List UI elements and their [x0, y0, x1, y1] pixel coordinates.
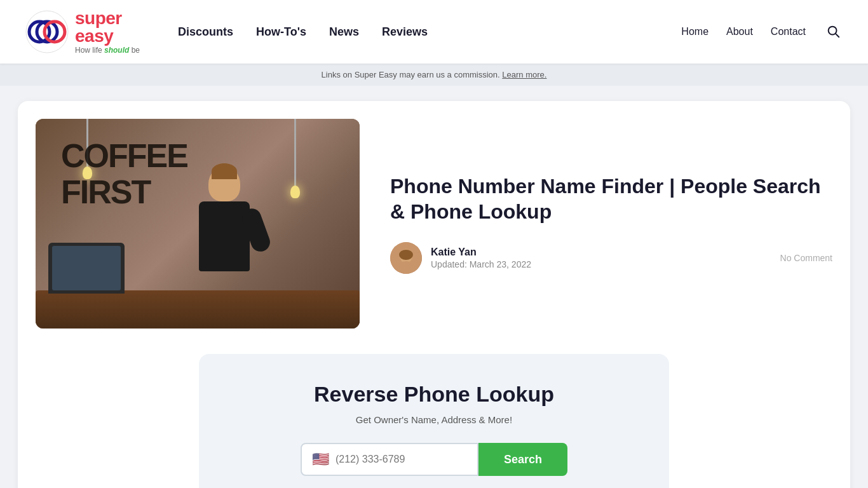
nav-news[interactable]: News	[329, 25, 359, 39]
lookup-widget: Reverse Phone Lookup Get Owner's Name, A…	[199, 354, 669, 488]
author-row: Katie Yan Updated: March 23, 2022 No Com…	[390, 242, 832, 274]
search-icon	[826, 24, 840, 38]
secondary-nav: Home About Contact	[681, 22, 843, 43]
search-icon-button[interactable]	[824, 22, 843, 43]
svg-point-8	[399, 250, 413, 260]
hero-content: Phone Number Name Finder | People Search…	[390, 173, 832, 274]
hero-section: COFFEEFIRST Phone Numbe	[36, 119, 832, 329]
article-title: Phone Number Name Finder | People Search…	[390, 173, 832, 224]
author-name: Katie Yan	[431, 247, 531, 258]
nav-discounts[interactable]: Discounts	[178, 25, 233, 39]
laptop	[48, 243, 125, 294]
site-header: super easy How life should be Discounts …	[0, 0, 868, 64]
main-nav: Discounts How-To's News Reviews	[178, 25, 681, 39]
us-flag-icon: 🇺🇸	[312, 451, 329, 468]
search-button[interactable]: Search	[478, 443, 567, 476]
logo-easy: easy	[75, 26, 113, 46]
nav-howtos[interactable]: How-To's	[256, 25, 306, 39]
logo-brand: super easy	[75, 10, 140, 45]
author-info: Katie Yan Updated: March 23, 2022	[390, 242, 531, 274]
laptop-screen	[52, 246, 121, 290]
nav-about[interactable]: About	[726, 26, 753, 37]
table-decoration	[36, 290, 360, 329]
hero-image: COFFEEFIRST	[36, 119, 360, 329]
lamp-bulb-right	[290, 186, 300, 198]
nav-contact[interactable]: Contact	[771, 26, 806, 37]
svg-line-5	[836, 34, 839, 37]
svg-point-0	[26, 11, 68, 53]
learn-more-link[interactable]: Learn more.	[502, 70, 546, 79]
lookup-form: 🇺🇸 Search	[237, 443, 631, 476]
lookup-subtitle: Get Owner's Name, Address & More!	[237, 414, 631, 425]
logo-super: super	[75, 8, 122, 28]
lamp-right	[294, 119, 296, 189]
person-torso	[199, 201, 250, 271]
lookup-title: Reverse Phone Lookup	[237, 382, 631, 407]
logo-icon	[25, 10, 69, 53]
avatar-image	[390, 242, 422, 274]
person-head	[208, 166, 240, 201]
logo-tagline: How life should be	[75, 46, 140, 54]
logo-text: super easy How life should be	[75, 10, 140, 54]
person-figure	[180, 166, 269, 294]
phone-input-wrapper: 🇺🇸	[301, 443, 478, 476]
affiliate-text: Links on Super Easy may earn us a commis…	[322, 70, 500, 79]
logo-tagline-em: should	[104, 46, 129, 55]
person-hair	[212, 163, 237, 179]
nav-reviews[interactable]: Reviews	[382, 25, 428, 39]
coffee-wall-text: COFFEEFIRST	[61, 138, 187, 210]
no-comment-label: No Comment	[780, 253, 832, 263]
article-card: COFFEEFIRST Phone Numbe	[18, 101, 850, 488]
affiliate-bar: Links on Super Easy may earn us a commis…	[0, 64, 868, 86]
phone-input[interactable]	[336, 445, 467, 474]
nav-home[interactable]: Home	[681, 26, 709, 37]
logo[interactable]: super easy How life should be	[25, 10, 153, 54]
avatar	[390, 242, 422, 274]
author-details: Katie Yan Updated: March 23, 2022	[431, 247, 531, 269]
person-arm	[240, 206, 273, 254]
svg-point-9	[398, 261, 414, 274]
author-date: Updated: March 23, 2022	[431, 259, 531, 269]
